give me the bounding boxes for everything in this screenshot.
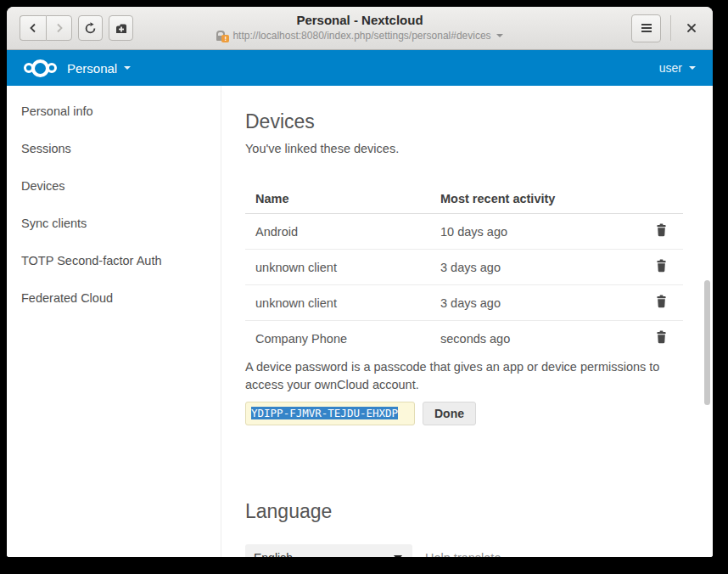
titlebar: Personal - Nextcloud ! http://localhost:… xyxy=(7,7,713,50)
device-password-row: YDIPP-FJMVR-TEJDU-EHXDP Done xyxy=(245,402,713,425)
back-button[interactable] xyxy=(20,15,46,41)
devices-subtitle: You've linked these devices. xyxy=(245,142,713,155)
device-password-value: YDIPP-FJMVR-TEJDU-EHXDP xyxy=(251,407,398,419)
delete-device-button[interactable] xyxy=(655,295,668,308)
table-row: unknown client 3 days ago xyxy=(245,285,683,321)
nav-button-group xyxy=(20,15,72,41)
reload-button[interactable] xyxy=(78,15,103,41)
warning-badge: ! xyxy=(221,35,229,42)
url-text: http://localhost:8080/index.php/settings… xyxy=(232,30,490,42)
help-translate-link[interactable]: Help translate xyxy=(425,551,501,558)
delete-device-button[interactable] xyxy=(655,330,668,344)
menu-button[interactable] xyxy=(631,14,661,42)
app-menu-label: Personal xyxy=(67,61,117,76)
device-activity: 10 days ago xyxy=(430,214,640,250)
app-body: Personal info Sessions Devices Sync clie… xyxy=(7,86,713,557)
language-section-title: Language xyxy=(245,498,713,524)
language-row: English Help translate xyxy=(245,544,713,557)
device-name: unknown client xyxy=(245,250,430,285)
table-row: Android 10 days ago xyxy=(245,214,683,250)
trash-icon xyxy=(655,262,668,275)
user-menu-label: user xyxy=(659,61,682,75)
delete-device-button[interactable] xyxy=(655,223,668,237)
trash-icon xyxy=(655,333,668,346)
settings-sidebar: Personal info Sessions Devices Sync clie… xyxy=(7,86,221,557)
sidebar-item-sessions[interactable]: Sessions xyxy=(7,130,221,167)
nextcloud-header: Personal user xyxy=(7,50,713,86)
table-row: unknown client 3 days ago xyxy=(245,250,683,285)
language-select[interactable]: English xyxy=(245,544,412,557)
devices-section-title: Devices xyxy=(245,109,713,134)
chevron-left-icon xyxy=(28,23,38,33)
forward-button[interactable] xyxy=(46,15,72,41)
sidebar-item-devices[interactable]: Devices xyxy=(7,167,221,205)
delete-device-button[interactable] xyxy=(655,259,668,273)
user-menu[interactable]: user xyxy=(659,61,696,75)
column-header-name: Name xyxy=(245,184,430,214)
trash-icon xyxy=(655,297,668,311)
caret-down-icon xyxy=(124,66,131,70)
sidebar-item-totp[interactable]: TOTP Second-factor Auth xyxy=(7,242,221,279)
devices-table: Name Most recent activity Android 10 day… xyxy=(245,184,683,356)
chevron-right-icon xyxy=(54,23,64,33)
tab-plus-icon xyxy=(115,22,128,34)
close-window-button[interactable] xyxy=(680,17,703,39)
column-header-activity: Most recent activity xyxy=(430,184,640,214)
window-title: Personal - Nextcloud xyxy=(182,13,538,28)
app-menu[interactable]: Personal xyxy=(67,61,131,76)
titlebar-center: Personal - Nextcloud ! http://localhost:… xyxy=(182,13,538,42)
device-activity: 3 days ago xyxy=(430,285,640,321)
device-activity: 3 days ago xyxy=(430,250,640,285)
sidebar-item-sync-clients[interactable]: Sync clients xyxy=(7,205,221,242)
close-icon xyxy=(686,23,697,33)
caret-down-icon xyxy=(394,555,402,558)
trash-icon xyxy=(655,226,668,239)
device-password-info: A device password is a passcode that giv… xyxy=(245,358,669,394)
device-name: Company Phone xyxy=(245,321,430,357)
toolbar-left xyxy=(7,15,133,41)
reload-icon xyxy=(84,22,97,35)
done-button[interactable]: Done xyxy=(423,402,476,425)
url-dropdown-caret-icon[interactable] xyxy=(496,34,503,37)
device-password-field[interactable]: YDIPP-FJMVR-TEJDU-EHXDP xyxy=(245,402,415,425)
toolbar-right xyxy=(631,7,703,49)
titlebar-separator xyxy=(670,15,671,41)
table-row: Company Phone seconds ago xyxy=(245,321,683,357)
sidebar-item-personal-info[interactable]: Personal info xyxy=(7,93,221,130)
nextcloud-logo-icon xyxy=(24,59,57,77)
url-bar[interactable]: ! http://localhost:8080/index.php/settin… xyxy=(182,30,538,42)
devices-table-header-row: Name Most recent activity xyxy=(245,184,683,214)
new-tab-button[interactable] xyxy=(109,15,133,41)
scrollbar-thumb[interactable] xyxy=(704,280,710,405)
hamburger-icon xyxy=(641,23,652,33)
browser-window: Personal - Nextcloud ! http://localhost:… xyxy=(7,7,713,557)
device-name: unknown client xyxy=(245,285,430,321)
device-name: Android xyxy=(245,214,430,250)
device-activity: seconds ago xyxy=(430,321,640,357)
insecure-padlock-icon: ! xyxy=(216,31,227,42)
settings-content: Devices You've linked these devices. Nam… xyxy=(221,86,713,557)
sidebar-item-federated-cloud[interactable]: Federated Cloud xyxy=(7,279,221,317)
caret-down-icon xyxy=(689,66,696,70)
language-selected-value: English xyxy=(254,551,293,558)
